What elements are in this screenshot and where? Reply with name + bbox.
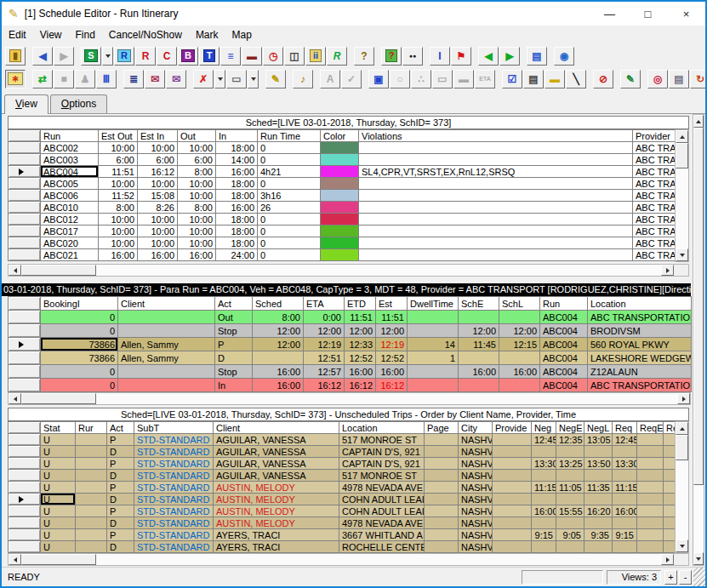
est-in-cell[interactable]: 16:00	[138, 249, 178, 261]
violations-cell[interactable]	[359, 154, 633, 166]
booking-icon[interactable]: B	[178, 47, 198, 66]
act-cell[interactable]: D	[107, 517, 134, 529]
workspace-icon[interactable]: ∗	[5, 70, 26, 88]
row-selector[interactable]	[9, 505, 41, 517]
scroll-up-button[interactable]	[676, 422, 688, 435]
est-cell[interactable]: 12:19	[376, 338, 408, 351]
col-in[interactable]: In	[216, 130, 258, 142]
client-cell[interactable]: AUSTIN, MELODY	[214, 494, 339, 505]
speaker-icon[interactable]: ♪	[293, 70, 313, 88]
dwell-cell[interactable]	[408, 379, 459, 392]
col-reqe[interactable]: ReqE	[637, 422, 664, 434]
est-out-cell[interactable]: 10:00	[99, 214, 138, 225]
out-cell[interactable]: 10:00	[178, 190, 216, 202]
run-cell[interactable]	[76, 517, 107, 529]
row-selector[interactable]	[9, 166, 41, 178]
view-vscrollbar[interactable]	[693, 114, 704, 566]
run-cell[interactable]	[76, 529, 107, 541]
col-run-time[interactable]: Run Time	[258, 130, 321, 142]
reqe-cell[interactable]	[637, 494, 664, 505]
sche-cell[interactable]	[459, 311, 499, 324]
provider-cell[interactable]	[493, 482, 532, 494]
stat-cell[interactable]: U	[41, 434, 76, 446]
minimize-button[interactable]: —	[590, 2, 629, 26]
violations-cell[interactable]	[359, 142, 633, 154]
req-cell[interactable]: 16:00	[613, 505, 637, 517]
client-cell[interactable]	[118, 324, 215, 338]
scroll-thumb[interactable]	[693, 128, 704, 485]
run-row[interactable]: ABC00411:5116:128:0016:004h21SL4,CPR,VT,…	[9, 166, 676, 178]
dwell-cell[interactable]	[408, 311, 459, 324]
out-cell[interactable]: 8:00	[178, 166, 216, 178]
violations-cell[interactable]	[359, 214, 633, 225]
run-color-swatch[interactable]	[321, 214, 359, 225]
act-cell[interactable]: Stop	[215, 365, 253, 379]
row-selector[interactable]	[9, 338, 41, 351]
no-times-icon[interactable]: ✗	[193, 70, 214, 88]
window-icon[interactable]: ▭	[226, 70, 247, 88]
unscheduled-trip-row[interactable]: UDSTD-STANDARDAGUILAR, VANESSACAPTAIN D'…	[9, 446, 676, 458]
next-vehicle-icon[interactable]: ▶	[499, 47, 520, 66]
run-cell[interactable]: ABC012	[41, 214, 99, 225]
itinerary-row[interactable]: 0Stop12:0012:0012:0012:0012:0012:00ABC00…	[9, 324, 692, 338]
stat-cell[interactable]: U	[41, 470, 76, 482]
neg-cell[interactable]: 9:15	[532, 529, 556, 541]
scroll-thumb[interactable]	[676, 435, 688, 460]
provider-cell[interactable]	[493, 494, 532, 505]
col-act[interactable]: Act	[107, 422, 134, 434]
no-times-dropdown[interactable]	[214, 70, 225, 88]
est-in-cell[interactable]: 6:00	[138, 154, 178, 166]
unscheduled-trip-row[interactable]: UDSTD-STANDARDAUSTIN, MELODYCOHN ADULT L…	[9, 494, 676, 505]
location-cell[interactable]: CAPTAIN D'S, 921	[339, 446, 425, 458]
run-time-cell[interactable]: 0	[258, 178, 321, 190]
neg-cell[interactable]: 16:00	[532, 505, 556, 517]
run-table-hscrollbar[interactable]	[8, 264, 689, 277]
times-list-icon[interactable]: ≣	[123, 70, 144, 88]
run-color-swatch[interactable]	[321, 178, 359, 190]
row-selector[interactable]	[9, 225, 41, 237]
row-selector-header[interactable]	[9, 130, 41, 142]
sched-cell[interactable]: 12:00	[253, 324, 304, 338]
est-in-cell[interactable]: 8:26	[138, 202, 178, 214]
out-cell[interactable]: 10:00	[178, 214, 216, 225]
run-color-swatch[interactable]	[321, 190, 359, 202]
client-cell[interactable]	[118, 311, 215, 324]
nege-cell[interactable]: 11:05	[556, 482, 584, 494]
subtype-cell[interactable]: STD-STANDARD	[134, 517, 214, 529]
cancel-report-icon[interactable]: C	[157, 47, 177, 66]
est-out-cell[interactable]: 10:00	[99, 142, 138, 154]
row-selector[interactable]	[9, 351, 41, 365]
unscheduled-trip-row[interactable]: UDSTD-STANDARDAYERS, TRACIROCHELLE CENTE…	[9, 541, 676, 553]
schl-cell[interactable]: 12:00	[499, 324, 540, 338]
booking-cell[interactable]: 0	[41, 324, 118, 338]
provider-cell[interactable]	[493, 541, 532, 553]
print-mail-icon[interactable]: ✉	[166, 70, 186, 88]
col-out[interactable]: Out	[178, 130, 216, 142]
act-cell[interactable]: D	[107, 494, 134, 505]
etd-cell[interactable]: 11:51	[345, 311, 376, 324]
col-schl[interactable]: SchL	[499, 297, 540, 311]
eta-cell[interactable]: 0:00	[304, 311, 345, 324]
subtype-cell[interactable]: STD-STANDARD	[134, 505, 214, 517]
est-in-cell[interactable]: 10:00	[138, 225, 178, 237]
in-cell[interactable]: 18:00	[216, 190, 258, 202]
violations-cell[interactable]	[359, 190, 633, 202]
run-color-swatch[interactable]	[321, 154, 359, 166]
req-cell[interactable]: 11:15	[613, 482, 637, 494]
in-cell[interactable]: 18:00	[216, 237, 258, 249]
negl-cell[interactable]: 16:20	[584, 505, 613, 517]
client-cell[interactable]: AGUILAR, VANESSA	[214, 446, 339, 458]
send-mail-icon[interactable]: ✉	[145, 70, 165, 88]
violations-cell[interactable]	[359, 225, 633, 237]
sched-cell[interactable]: 8:00	[253, 311, 304, 324]
client-cell[interactable]: Allen, Sammy	[118, 338, 215, 351]
est-out-cell[interactable]: 10:00	[99, 178, 138, 190]
in-cell[interactable]: 14:00	[216, 154, 258, 166]
out-cell[interactable]: 10:00	[178, 142, 216, 154]
run-cell[interactable]: ABC002	[41, 142, 99, 154]
run-cell[interactable]: ABC003	[41, 154, 99, 166]
in-cell[interactable]: 18:00	[216, 225, 258, 237]
unscheduled-trip-row[interactable]: UPSTD-STANDARDAUSTIN, MELODYCOHN ADULT L…	[9, 505, 676, 517]
scroll-thumb[interactable]	[21, 393, 96, 404]
col-run[interactable]: Run	[540, 297, 588, 311]
